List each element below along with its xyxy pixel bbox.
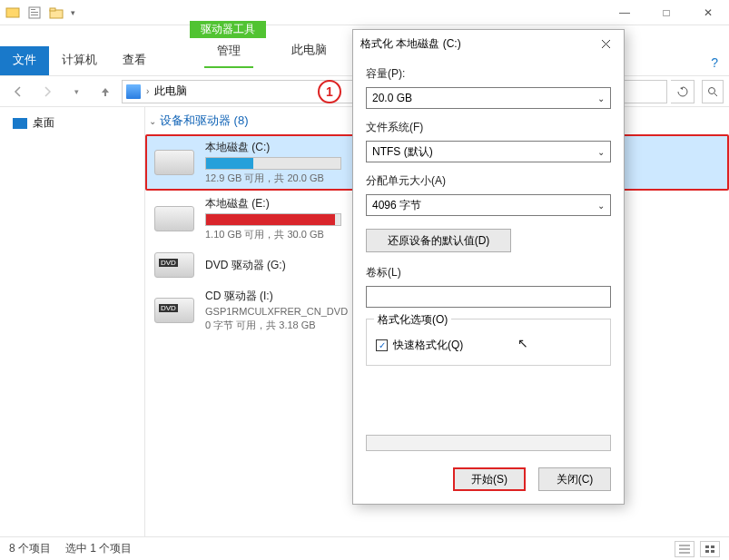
volume-label-input[interactable] <box>366 286 611 308</box>
dvd-icon <box>154 252 194 278</box>
quick-access-toolbar: ▾ <box>0 5 81 20</box>
new-folder-icon[interactable] <box>49 5 64 20</box>
breadcrumb-location[interactable]: 此电脑 <box>154 84 187 99</box>
format-dialog: 格式化 本地磁盘 (C:) 容量(P): 20.0 GB ⌄ 文件系统(F) N… <box>352 29 625 505</box>
filesystem-label: 文件系统(F) <box>366 120 611 135</box>
svg-rect-15 <box>711 545 714 548</box>
allocation-select[interactable]: 4096 字节 ⌄ <box>366 194 611 216</box>
tab-computer[interactable]: 计算机 <box>49 46 110 75</box>
svg-rect-2 <box>31 9 35 10</box>
dialog-title: 格式化 本地磁盘 (C:) <box>360 36 461 52</box>
sidebar-item-desktop[interactable]: 桌面 <box>0 113 144 133</box>
quick-format-checkbox[interactable]: ✓ <box>376 339 388 351</box>
drive-volume-label: GSP1RMCULXFRER_CN_DVD <box>205 306 348 317</box>
usage-bar <box>205 157 341 170</box>
window-title: 此电脑 <box>291 42 327 58</box>
format-progress-bar <box>366 435 611 451</box>
status-item-count: 8 个项目 <box>9 541 51 556</box>
capacity-select[interactable]: 20.0 GB ⌄ <box>366 87 611 109</box>
dialog-titlebar[interactable]: 格式化 本地磁盘 (C:) <box>353 30 624 57</box>
refresh-icon[interactable] <box>671 80 695 103</box>
contextual-tab-drive-tools: 驱动器工具 管理 <box>177 15 279 75</box>
view-large-icons-icon[interactable] <box>700 541 720 557</box>
chevron-down-icon: ⌄ <box>149 116 156 126</box>
ribbon-help-icon[interactable]: ? <box>700 50 729 75</box>
format-options-legend: 格式化选项(O) <box>374 312 451 328</box>
volume-label-label: 卷标(L) <box>366 265 611 280</box>
capacity-label: 容量(P): <box>366 66 611 82</box>
svg-rect-4 <box>31 15 38 15</box>
drive-name: CD 驱动器 (I:) <box>205 289 348 304</box>
svg-rect-17 <box>711 550 714 553</box>
svg-rect-6 <box>50 8 55 11</box>
filesystem-value: NTFS (默认) <box>372 144 433 160</box>
usage-bar <box>205 213 341 226</box>
drive-subtext: 1.10 GB 可用，共 30.0 GB <box>205 228 341 241</box>
drive-name: 本地磁盘 (E:) <box>205 196 341 211</box>
hdd-icon <box>154 206 194 231</box>
close-button[interactable]: ✕ <box>687 0 729 25</box>
maximize-button[interactable]: □ <box>645 0 687 25</box>
minimize-button[interactable]: — <box>604 0 645 25</box>
svg-rect-0 <box>6 8 19 17</box>
drive-name: 本地磁盘 (C:) <box>205 140 341 155</box>
nav-back-icon[interactable] <box>5 80 31 103</box>
svg-line-8 <box>714 93 717 96</box>
chevron-down-icon: ⌄ <box>597 147 605 157</box>
desktop-icon <box>13 118 27 129</box>
restore-defaults-button[interactable]: 还原设备的默认值(D) <box>366 229 511 252</box>
format-options-group: 格式化选项(O) ✓ 快速格式化(Q) ↖ <box>366 319 611 366</box>
svg-rect-14 <box>705 545 709 548</box>
dialog-close-icon[interactable] <box>595 33 616 54</box>
filesystem-select[interactable]: NTFS (默认) ⌄ <box>366 141 611 162</box>
svg-rect-16 <box>705 550 709 553</box>
view-details-icon[interactable] <box>675 541 695 557</box>
properties-icon[interactable] <box>27 5 42 20</box>
cd-icon <box>154 298 194 323</box>
tab-view[interactable]: 查看 <box>110 46 159 75</box>
title-bar: ▾ — □ ✕ <box>0 0 729 25</box>
chevron-down-icon: ⌄ <box>597 93 605 103</box>
sidebar-item-label: 桌面 <box>33 115 54 131</box>
navigation-pane: 桌面 <box>0 107 145 536</box>
close-button[interactable]: 关闭(C) <box>538 467 611 491</box>
chevron-down-icon: ⌄ <box>597 201 605 211</box>
quick-format-label: 快速格式化(Q) <box>393 338 463 353</box>
group-header-label: 设备和驱动器 (8) <box>160 113 249 129</box>
qat-dropdown-icon[interactable]: ▾ <box>71 8 75 17</box>
allocation-value: 4096 字节 <box>372 198 421 213</box>
allocation-label: 分配单元大小(A) <box>366 173 611 189</box>
nav-up-icon[interactable] <box>93 80 118 103</box>
drive-subtext: 12.9 GB 可用，共 20.0 GB <box>205 172 341 185</box>
cursor-icon: ↖ <box>517 336 528 350</box>
capacity-value: 20.0 GB <box>372 92 412 104</box>
tab-file[interactable]: 文件 <box>0 46 49 75</box>
tab-manage[interactable]: 管理 <box>204 37 253 68</box>
drive-subtext: 0 字节 可用，共 3.18 GB <box>205 319 348 332</box>
window-controls: — □ ✕ <box>604 0 729 25</box>
nav-recent-dropdown-icon[interactable]: ▾ <box>64 80 89 103</box>
annotation-callout-1: 1 <box>318 80 341 103</box>
hdd-icon <box>154 150 194 175</box>
quick-format-checkbox-row[interactable]: ✓ 快速格式化(Q) <box>376 338 601 353</box>
start-button[interactable]: 开始(S) <box>453 467 526 491</box>
this-pc-icon <box>126 84 141 99</box>
breadcrumb-sep-icon: › <box>146 86 149 96</box>
search-icon[interactable] <box>702 80 724 103</box>
drive-tools-label: 驱动器工具 <box>190 21 266 38</box>
nav-forward-icon[interactable] <box>34 80 60 103</box>
svg-point-7 <box>709 87 715 93</box>
status-bar: 8 个项目 选中 1 个项目 <box>0 536 729 560</box>
svg-rect-3 <box>31 12 38 13</box>
drive-name: DVD 驱动器 (G:) <box>205 258 286 273</box>
app-icon <box>5 5 20 20</box>
status-selected-count: 选中 1 个项目 <box>65 541 132 556</box>
